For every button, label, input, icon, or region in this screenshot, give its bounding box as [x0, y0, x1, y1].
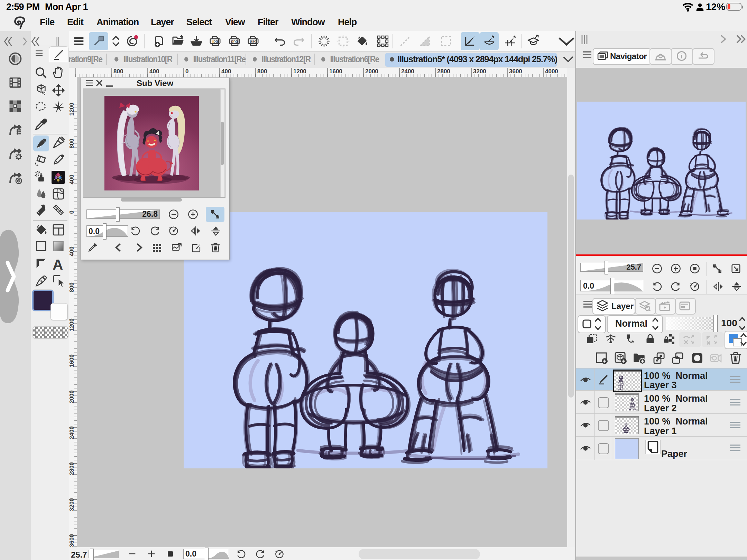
svg-text:2000: 2000 — [69, 390, 75, 403]
svg-text:800: 800 — [69, 282, 75, 292]
svg-text:jpg: jpg — [212, 39, 218, 43]
svg-text:2400: 2400 — [69, 426, 75, 439]
svg-text:1200: 1200 — [293, 68, 306, 75]
svg-text:2000: 2000 — [365, 68, 378, 75]
svg-text:25.7: 25.7 — [626, 263, 641, 271]
svg-text:0.0: 0.0 — [185, 549, 196, 558]
svg-text:400: 400 — [69, 175, 75, 184]
svg-text:2800: 2800 — [69, 462, 75, 475]
svg-text:0.0: 0.0 — [89, 227, 100, 236]
svg-text:3600: 3600 — [69, 534, 75, 547]
svg-text:4000: 4000 — [545, 68, 558, 75]
svg-text:3600: 3600 — [509, 68, 522, 75]
svg-text:800: 800 — [113, 68, 123, 75]
svg-text:1600: 1600 — [329, 68, 342, 75]
svg-text:1600: 1600 — [69, 354, 75, 367]
svg-text:0: 0 — [185, 68, 188, 75]
svg-text:1200: 1200 — [69, 103, 75, 116]
svg-text:26.8: 26.8 — [142, 209, 158, 218]
svg-text:400: 400 — [149, 68, 159, 75]
svg-text:3200: 3200 — [69, 498, 75, 511]
svg-text:2400: 2400 — [401, 68, 414, 75]
svg-text:800: 800 — [257, 68, 267, 75]
svg-text:psd: psd — [250, 39, 256, 43]
svg-text:400: 400 — [69, 246, 75, 256]
svg-text:3200: 3200 — [473, 68, 486, 75]
svg-text:1200: 1200 — [69, 318, 75, 332]
svg-text:0.0: 0.0 — [583, 281, 594, 290]
svg-text:800: 800 — [69, 139, 75, 148]
svg-text:0: 0 — [69, 211, 75, 214]
svg-text:400: 400 — [221, 68, 231, 75]
svg-text:2800: 2800 — [437, 68, 450, 75]
svg-text:png: png — [231, 39, 238, 43]
